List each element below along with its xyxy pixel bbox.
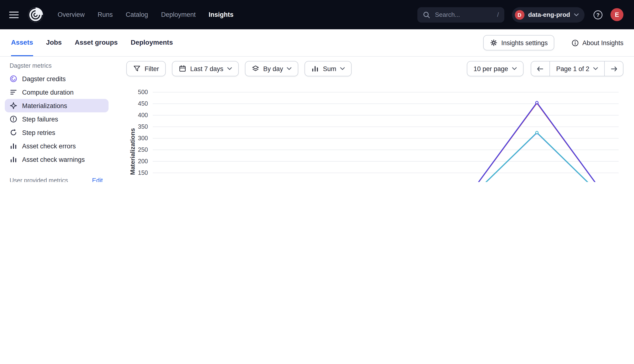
chevron-down-icon bbox=[227, 67, 232, 70]
svg-text:450: 450 bbox=[138, 100, 148, 107]
dagster-credits-icon bbox=[10, 75, 17, 82]
dagster-logo[interactable] bbox=[28, 6, 44, 23]
insights-settings-button[interactable]: Insights settings bbox=[483, 35, 554, 50]
svg-text:500: 500 bbox=[138, 88, 148, 95]
top-bar: Overview Runs Catalog Deployment Insight… bbox=[0, 0, 634, 29]
svg-text:?: ? bbox=[596, 12, 600, 18]
sidebar-item-asset-check-warnings[interactable]: Asset check warnings bbox=[5, 153, 108, 166]
chevron-down-icon bbox=[287, 67, 292, 70]
org-badge: D bbox=[515, 10, 524, 20]
nav-deployment[interactable]: Deployment bbox=[161, 11, 196, 18]
insights-settings-label: Insights settings bbox=[501, 39, 548, 46]
nav-overview[interactable]: Overview bbox=[58, 11, 85, 18]
sidebar-section-gap bbox=[0, 166, 113, 174]
sidebar-item-asset-check-errors[interactable]: Asset check errors bbox=[5, 139, 108, 153]
retry-icon bbox=[10, 129, 17, 136]
metrics-sidebar: Dagster metrics Dagster credits Compute … bbox=[0, 57, 113, 182]
nav-catalog[interactable]: Catalog bbox=[126, 11, 148, 18]
chevron-down-icon bbox=[512, 67, 517, 70]
insights-tab-bar: Assets Jobs Asset groups Deployments Ins… bbox=[0, 29, 634, 57]
svg-text:300: 300 bbox=[138, 135, 148, 142]
svg-text:150: 150 bbox=[138, 169, 148, 176]
sidebar-item-compute-duration[interactable]: Compute duration bbox=[5, 86, 108, 99]
sparkle-icon bbox=[10, 102, 17, 110]
sidebar-item-materializations[interactable]: Materializations bbox=[5, 99, 108, 112]
svg-text:100: 100 bbox=[138, 181, 148, 182]
bar-chart-icon bbox=[10, 156, 17, 163]
svg-text:200: 200 bbox=[138, 158, 148, 164]
dagster-metrics-section-label: Dagster metrics bbox=[0, 60, 113, 72]
tabbar-actions: Insights settings About Insights bbox=[483, 29, 624, 56]
edit-user-metrics-link[interactable]: Edit bbox=[92, 177, 103, 182]
tab-deployments[interactable]: Deployments bbox=[131, 29, 173, 56]
chevron-down-icon bbox=[340, 67, 345, 70]
app-window: Overview Runs Catalog Deployment Insight… bbox=[0, 0, 634, 182]
sidebar-item-dagster-credits[interactable]: Dagster credits bbox=[5, 72, 108, 86]
org-name: data-eng-prod bbox=[528, 11, 570, 18]
sidebar-item-step-failures[interactable]: Step failures bbox=[5, 112, 108, 126]
info-icon bbox=[572, 39, 579, 46]
svg-text:400: 400 bbox=[138, 112, 148, 118]
user-avatar[interactable]: E bbox=[610, 8, 624, 21]
hamburger-menu-icon[interactable] bbox=[9, 11, 19, 18]
about-insights-label: About Insights bbox=[582, 39, 624, 46]
search-input[interactable] bbox=[434, 10, 486, 19]
alert-circle-icon bbox=[10, 115, 17, 123]
svg-text:250: 250 bbox=[138, 146, 148, 153]
search-box[interactable]: / bbox=[417, 7, 504, 22]
nav-runs[interactable]: Runs bbox=[98, 11, 113, 18]
tab-assets[interactable]: Assets bbox=[11, 29, 33, 56]
tab-jobs[interactable]: Jobs bbox=[46, 29, 62, 56]
search-icon bbox=[422, 11, 430, 18]
top-nav: Overview Runs Catalog Deployment Insight… bbox=[58, 11, 234, 18]
user-metrics-section-label: User provided metrics Edit bbox=[0, 174, 113, 182]
tab-asset-groups[interactable]: Asset groups bbox=[75, 29, 118, 56]
materializations-line-chart: 050100150200250300350400450500Apr 3Apr 4… bbox=[113, 71, 634, 182]
chevron-down-icon bbox=[574, 13, 579, 16]
about-insights-link[interactable]: About Insights bbox=[572, 39, 624, 46]
bar-chart-icon bbox=[10, 142, 17, 150]
search-shortcut-hint: / bbox=[497, 11, 499, 18]
gear-icon bbox=[490, 39, 497, 46]
org-switcher[interactable]: D data-eng-prod bbox=[512, 7, 584, 22]
duration-icon bbox=[10, 88, 17, 96]
chevron-down-icon bbox=[593, 67, 598, 70]
svg-text:350: 350 bbox=[138, 123, 148, 130]
sidebar-item-step-retries[interactable]: Step retries bbox=[5, 126, 108, 139]
help-icon[interactable]: ? bbox=[593, 9, 603, 20]
nav-insights[interactable]: Insights bbox=[209, 11, 234, 18]
main-content: Filter Last 7 days bbox=[113, 57, 634, 182]
